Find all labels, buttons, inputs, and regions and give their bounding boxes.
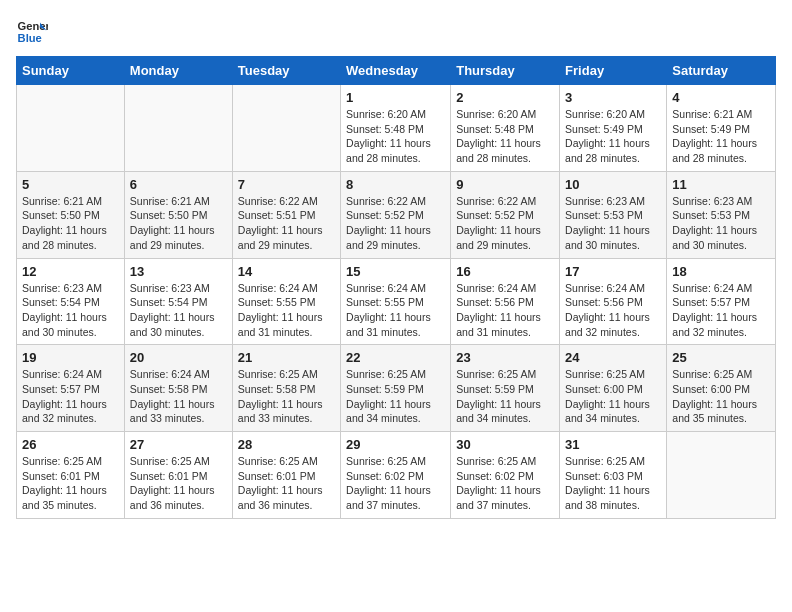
day-cell-31: 31Sunrise: 6:25 AM Sunset: 6:03 PM Dayli… xyxy=(560,432,667,519)
day-info: Sunrise: 6:22 AM Sunset: 5:52 PM Dayligh… xyxy=(346,194,445,253)
day-cell-6: 6Sunrise: 6:21 AM Sunset: 5:50 PM Daylig… xyxy=(124,171,232,258)
day-cell-17: 17Sunrise: 6:24 AM Sunset: 5:56 PM Dayli… xyxy=(560,258,667,345)
day-info: Sunrise: 6:25 AM Sunset: 5:59 PM Dayligh… xyxy=(456,367,554,426)
day-cell-22: 22Sunrise: 6:25 AM Sunset: 5:59 PM Dayli… xyxy=(341,345,451,432)
week-row-1: 1Sunrise: 6:20 AM Sunset: 5:48 PM Daylig… xyxy=(17,85,776,172)
day-number: 30 xyxy=(456,437,554,452)
calendar-table: SundayMondayTuesdayWednesdayThursdayFrid… xyxy=(16,56,776,519)
calendar-header: SundayMondayTuesdayWednesdayThursdayFrid… xyxy=(17,57,776,85)
day-info: Sunrise: 6:22 AM Sunset: 5:52 PM Dayligh… xyxy=(456,194,554,253)
day-info: Sunrise: 6:24 AM Sunset: 5:58 PM Dayligh… xyxy=(130,367,227,426)
day-number: 4 xyxy=(672,90,770,105)
day-number: 7 xyxy=(238,177,335,192)
day-number: 19 xyxy=(22,350,119,365)
day-cell-13: 13Sunrise: 6:23 AM Sunset: 5:54 PM Dayli… xyxy=(124,258,232,345)
day-number: 17 xyxy=(565,264,661,279)
header-day-saturday: Saturday xyxy=(667,57,776,85)
day-number: 1 xyxy=(346,90,445,105)
day-number: 18 xyxy=(672,264,770,279)
header-day-sunday: Sunday xyxy=(17,57,125,85)
day-info: Sunrise: 6:25 AM Sunset: 6:01 PM Dayligh… xyxy=(22,454,119,513)
week-row-3: 12Sunrise: 6:23 AM Sunset: 5:54 PM Dayli… xyxy=(17,258,776,345)
day-cell-5: 5Sunrise: 6:21 AM Sunset: 5:50 PM Daylig… xyxy=(17,171,125,258)
day-number: 20 xyxy=(130,350,227,365)
day-info: Sunrise: 6:24 AM Sunset: 5:56 PM Dayligh… xyxy=(565,281,661,340)
day-number: 11 xyxy=(672,177,770,192)
empty-cell xyxy=(124,85,232,172)
day-number: 23 xyxy=(456,350,554,365)
day-cell-26: 26Sunrise: 6:25 AM Sunset: 6:01 PM Dayli… xyxy=(17,432,125,519)
day-info: Sunrise: 6:25 AM Sunset: 6:00 PM Dayligh… xyxy=(672,367,770,426)
day-number: 5 xyxy=(22,177,119,192)
day-cell-9: 9Sunrise: 6:22 AM Sunset: 5:52 PM Daylig… xyxy=(451,171,560,258)
header-day-wednesday: Wednesday xyxy=(341,57,451,85)
day-info: Sunrise: 6:23 AM Sunset: 5:53 PM Dayligh… xyxy=(672,194,770,253)
day-cell-29: 29Sunrise: 6:25 AM Sunset: 6:02 PM Dayli… xyxy=(341,432,451,519)
day-cell-18: 18Sunrise: 6:24 AM Sunset: 5:57 PM Dayli… xyxy=(667,258,776,345)
day-number: 2 xyxy=(456,90,554,105)
day-cell-12: 12Sunrise: 6:23 AM Sunset: 5:54 PM Dayli… xyxy=(17,258,125,345)
day-number: 3 xyxy=(565,90,661,105)
day-cell-30: 30Sunrise: 6:25 AM Sunset: 6:02 PM Dayli… xyxy=(451,432,560,519)
day-number: 10 xyxy=(565,177,661,192)
day-cell-7: 7Sunrise: 6:22 AM Sunset: 5:51 PM Daylig… xyxy=(232,171,340,258)
day-info: Sunrise: 6:25 AM Sunset: 6:03 PM Dayligh… xyxy=(565,454,661,513)
day-cell-10: 10Sunrise: 6:23 AM Sunset: 5:53 PM Dayli… xyxy=(560,171,667,258)
day-info: Sunrise: 6:24 AM Sunset: 5:55 PM Dayligh… xyxy=(238,281,335,340)
day-info: Sunrise: 6:20 AM Sunset: 5:49 PM Dayligh… xyxy=(565,107,661,166)
day-info: Sunrise: 6:21 AM Sunset: 5:50 PM Dayligh… xyxy=(130,194,227,253)
day-info: Sunrise: 6:21 AM Sunset: 5:49 PM Dayligh… xyxy=(672,107,770,166)
day-cell-4: 4Sunrise: 6:21 AM Sunset: 5:49 PM Daylig… xyxy=(667,85,776,172)
day-number: 21 xyxy=(238,350,335,365)
day-number: 28 xyxy=(238,437,335,452)
day-number: 25 xyxy=(672,350,770,365)
day-cell-24: 24Sunrise: 6:25 AM Sunset: 6:00 PM Dayli… xyxy=(560,345,667,432)
day-cell-25: 25Sunrise: 6:25 AM Sunset: 6:00 PM Dayli… xyxy=(667,345,776,432)
day-info: Sunrise: 6:25 AM Sunset: 6:01 PM Dayligh… xyxy=(130,454,227,513)
logo: General Blue xyxy=(16,16,56,48)
day-cell-16: 16Sunrise: 6:24 AM Sunset: 5:56 PM Dayli… xyxy=(451,258,560,345)
header-day-tuesday: Tuesday xyxy=(232,57,340,85)
svg-text:General: General xyxy=(18,20,48,32)
day-cell-15: 15Sunrise: 6:24 AM Sunset: 5:55 PM Dayli… xyxy=(341,258,451,345)
day-info: Sunrise: 6:24 AM Sunset: 5:55 PM Dayligh… xyxy=(346,281,445,340)
empty-cell xyxy=(232,85,340,172)
day-cell-8: 8Sunrise: 6:22 AM Sunset: 5:52 PM Daylig… xyxy=(341,171,451,258)
day-cell-28: 28Sunrise: 6:25 AM Sunset: 6:01 PM Dayli… xyxy=(232,432,340,519)
calendar-body: 1Sunrise: 6:20 AM Sunset: 5:48 PM Daylig… xyxy=(17,85,776,519)
day-info: Sunrise: 6:23 AM Sunset: 5:54 PM Dayligh… xyxy=(22,281,119,340)
day-info: Sunrise: 6:25 AM Sunset: 6:00 PM Dayligh… xyxy=(565,367,661,426)
day-number: 12 xyxy=(22,264,119,279)
day-number: 31 xyxy=(565,437,661,452)
day-info: Sunrise: 6:25 AM Sunset: 6:02 PM Dayligh… xyxy=(456,454,554,513)
day-info: Sunrise: 6:24 AM Sunset: 5:57 PM Dayligh… xyxy=(672,281,770,340)
page-header: General Blue xyxy=(16,16,776,48)
day-info: Sunrise: 6:23 AM Sunset: 5:54 PM Dayligh… xyxy=(130,281,227,340)
day-number: 13 xyxy=(130,264,227,279)
day-number: 22 xyxy=(346,350,445,365)
day-number: 6 xyxy=(130,177,227,192)
day-cell-21: 21Sunrise: 6:25 AM Sunset: 5:58 PM Dayli… xyxy=(232,345,340,432)
day-number: 8 xyxy=(346,177,445,192)
day-cell-23: 23Sunrise: 6:25 AM Sunset: 5:59 PM Dayli… xyxy=(451,345,560,432)
day-number: 14 xyxy=(238,264,335,279)
day-number: 16 xyxy=(456,264,554,279)
header-day-thursday: Thursday xyxy=(451,57,560,85)
day-number: 15 xyxy=(346,264,445,279)
day-info: Sunrise: 6:23 AM Sunset: 5:53 PM Dayligh… xyxy=(565,194,661,253)
logo-icon: General Blue xyxy=(16,16,48,48)
day-info: Sunrise: 6:21 AM Sunset: 5:50 PM Dayligh… xyxy=(22,194,119,253)
week-row-5: 26Sunrise: 6:25 AM Sunset: 6:01 PM Dayli… xyxy=(17,432,776,519)
day-info: Sunrise: 6:25 AM Sunset: 5:59 PM Dayligh… xyxy=(346,367,445,426)
week-row-4: 19Sunrise: 6:24 AM Sunset: 5:57 PM Dayli… xyxy=(17,345,776,432)
day-cell-20: 20Sunrise: 6:24 AM Sunset: 5:58 PM Dayli… xyxy=(124,345,232,432)
empty-cell xyxy=(17,85,125,172)
day-info: Sunrise: 6:25 AM Sunset: 6:02 PM Dayligh… xyxy=(346,454,445,513)
day-info: Sunrise: 6:20 AM Sunset: 5:48 PM Dayligh… xyxy=(346,107,445,166)
header-day-monday: Monday xyxy=(124,57,232,85)
day-info: Sunrise: 6:24 AM Sunset: 5:56 PM Dayligh… xyxy=(456,281,554,340)
week-row-2: 5Sunrise: 6:21 AM Sunset: 5:50 PM Daylig… xyxy=(17,171,776,258)
day-info: Sunrise: 6:24 AM Sunset: 5:57 PM Dayligh… xyxy=(22,367,119,426)
day-cell-1: 1Sunrise: 6:20 AM Sunset: 5:48 PM Daylig… xyxy=(341,85,451,172)
day-cell-19: 19Sunrise: 6:24 AM Sunset: 5:57 PM Dayli… xyxy=(17,345,125,432)
